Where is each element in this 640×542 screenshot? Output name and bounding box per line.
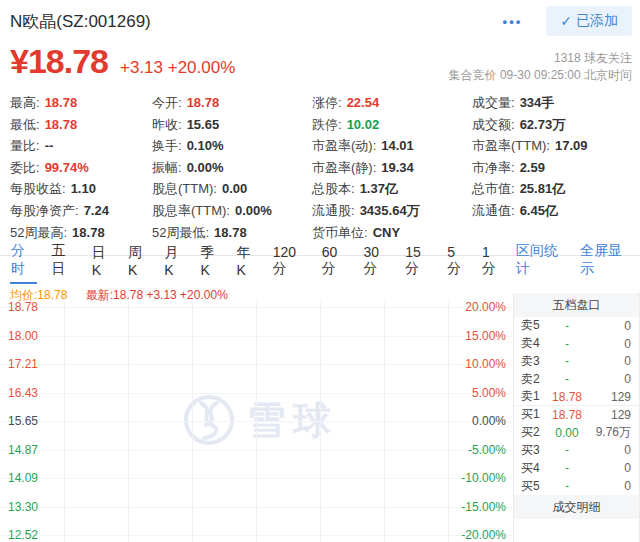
stat-value: 334手 bbox=[520, 95, 555, 110]
stat-value: 18.78 bbox=[45, 117, 78, 132]
stat-value: 25.81亿 bbox=[520, 181, 566, 196]
order-level-price: 0.00 bbox=[549, 426, 585, 440]
stat-item: 跌停:10.02 bbox=[312, 114, 472, 136]
order-level-price: 18.78 bbox=[549, 390, 585, 404]
order-level-price: 18.78 bbox=[549, 408, 585, 422]
stat-value: CNY bbox=[373, 225, 400, 240]
order-book-row-卖5[interactable]: 卖5-0 bbox=[514, 317, 639, 335]
tab-分时[interactable]: 分时 bbox=[10, 237, 37, 284]
order-level-label: 卖1 bbox=[521, 388, 549, 405]
price-meta: 1318 球友关注 集合竞价 09-30 09:25:00 北京时间 bbox=[449, 42, 632, 84]
tab-30分[interactable]: 30分 bbox=[362, 239, 391, 284]
more-menu-icon[interactable]: ••• bbox=[503, 14, 523, 29]
y-axis-percent-label: 0.00% bbox=[472, 415, 506, 427]
order-level-volume: 129 bbox=[585, 408, 631, 422]
stats-grid: 最高:18.78最低:18.78量比:--委比:99.74%每股收益:1.10每… bbox=[10, 92, 640, 243]
y-axis-percent-label: -10.00% bbox=[461, 472, 506, 484]
link-区间统计[interactable]: 区间统计 bbox=[516, 242, 566, 278]
tab-年K[interactable]: 年K bbox=[236, 239, 259, 284]
order-level-label: 卖5 bbox=[521, 317, 549, 334]
order-book-row-买5[interactable]: 买5-0 bbox=[514, 477, 639, 495]
order-level-label: 卖4 bbox=[521, 335, 549, 352]
stat-item: 成交额:62.73万 bbox=[472, 114, 640, 136]
stat-value: 0.00% bbox=[187, 160, 224, 175]
tab-15分[interactable]: 15分 bbox=[404, 239, 433, 284]
tab-周K[interactable]: 周K bbox=[127, 239, 150, 284]
y-axis-percent-label: 10.00% bbox=[465, 358, 506, 370]
order-level-label: 买3 bbox=[521, 442, 549, 459]
order-book-row-买1[interactable]: 买118.78129 bbox=[514, 406, 639, 424]
order-level-volume: 129 bbox=[585, 390, 631, 404]
tab-60分[interactable]: 60分 bbox=[321, 239, 350, 284]
intraday-chart[interactable]: 雪球 18.7820.00%18.0015.00%17.2110.00%16.4… bbox=[0, 302, 513, 542]
order-book-row-卖4[interactable]: 卖4-0 bbox=[514, 335, 639, 353]
order-book-row-买2[interactable]: 买20.009.76万 bbox=[514, 424, 639, 442]
stat-value: 22.54 bbox=[347, 95, 380, 110]
stat-label: 今开: bbox=[152, 95, 182, 110]
tab-120分[interactable]: 120分 bbox=[272, 239, 308, 284]
stat-value: 14.01 bbox=[381, 138, 414, 153]
added-button[interactable]: ✓已添加 bbox=[546, 6, 632, 36]
stat-item: 换手:0.10% bbox=[152, 135, 312, 157]
tab-日K[interactable]: 日K bbox=[91, 239, 114, 284]
order-book-panel: 五档盘口 卖5-0卖4-0卖3-0卖2-0卖118.78129买118.7812… bbox=[513, 293, 640, 542]
stat-label: 每股净资产: bbox=[10, 203, 79, 218]
stat-item: 流通股:3435.64万 bbox=[312, 200, 472, 222]
stat-label: 振幅: bbox=[152, 160, 182, 175]
title-actions: ••• ✓已添加 bbox=[503, 6, 632, 36]
tab-五日[interactable]: 五日 bbox=[50, 237, 77, 284]
order-book-row-卖2[interactable]: 卖2-0 bbox=[514, 370, 639, 388]
y-axis-percent-label: -15.00% bbox=[461, 501, 506, 513]
order-book-row-买4[interactable]: 买4-0 bbox=[514, 459, 639, 477]
stat-item: 最高:18.78 bbox=[10, 92, 152, 114]
stock-quote-page: N欧晶(SZ:001269) ••• ✓已添加 ¥18.78 +3.13 +20… bbox=[0, 0, 640, 542]
order-book-row-买3[interactable]: 买3-0 bbox=[514, 442, 639, 460]
stat-label: 流通值: bbox=[472, 203, 515, 218]
stat-value: 18.78 bbox=[187, 95, 220, 110]
stat-value: 6.45亿 bbox=[520, 203, 558, 218]
order-book-row-卖3[interactable]: 卖3-0 bbox=[514, 353, 639, 371]
order-level-label: 买1 bbox=[521, 406, 549, 423]
stat-label: 最低: bbox=[10, 117, 40, 132]
stat-item: 流通值:6.45亿 bbox=[472, 200, 640, 222]
legend-latest-price: 最新:18.78 +3.13 +20.00% bbox=[86, 288, 228, 302]
stat-label: 委比: bbox=[10, 160, 40, 175]
legend-average-price: 均价:18.78 bbox=[10, 288, 67, 302]
order-level-label: 卖3 bbox=[521, 353, 549, 370]
stat-item: 涨停:22.54 bbox=[312, 92, 472, 114]
stat-label: 跌停: bbox=[312, 117, 342, 132]
horizontal-gridline bbox=[0, 421, 513, 422]
tab-1分[interactable]: 1分 bbox=[481, 239, 503, 284]
stat-label: 货币单位: bbox=[312, 225, 368, 240]
stat-label: 市盈率(TTM): bbox=[472, 138, 550, 153]
y-axis-price-label: 12.52 bbox=[8, 529, 38, 541]
order-level-volume: 0 bbox=[585, 479, 631, 493]
trade-details-title[interactable]: 成交明细 bbox=[514, 495, 639, 519]
stat-value: 18.78 bbox=[45, 95, 78, 110]
stat-item: 市净率:2.59 bbox=[472, 157, 640, 179]
y-axis-percent-label: 20.00% bbox=[465, 302, 506, 313]
order-level-volume: 0 bbox=[585, 461, 631, 475]
stat-value: 3435.64万 bbox=[360, 203, 420, 218]
stat-value: 7.24 bbox=[84, 203, 109, 218]
stat-label: 市净率: bbox=[472, 160, 515, 175]
order-book-title: 五档盘口 bbox=[514, 293, 639, 317]
order-level-label: 买2 bbox=[521, 424, 549, 441]
horizontal-gridline bbox=[0, 450, 513, 451]
stat-item: 振幅:0.00% bbox=[152, 157, 312, 179]
stat-label: 市盈率(静): bbox=[312, 160, 376, 175]
tab-5分[interactable]: 5分 bbox=[446, 239, 468, 284]
order-book-rows: 卖5-0卖4-0卖3-0卖2-0卖118.78129买118.78129买20.… bbox=[514, 317, 639, 495]
order-level-price: - bbox=[549, 337, 585, 351]
link-全屏显示[interactable]: 全屏显示 bbox=[580, 242, 630, 278]
tab-季K[interactable]: 季K bbox=[199, 239, 222, 284]
order-level-volume: 0 bbox=[585, 337, 631, 351]
horizontal-gridline bbox=[0, 336, 513, 337]
y-axis-price-label: 18.00 bbox=[8, 330, 38, 342]
order-level-volume: 0 bbox=[585, 443, 631, 457]
order-book-row-卖1[interactable]: 卖118.78129 bbox=[514, 388, 639, 406]
y-axis-price-label: 16.43 bbox=[8, 387, 38, 399]
stat-value: 10.02 bbox=[347, 117, 380, 132]
tab-月K[interactable]: 月K bbox=[163, 239, 186, 284]
stat-value: 19.34 bbox=[381, 160, 414, 175]
